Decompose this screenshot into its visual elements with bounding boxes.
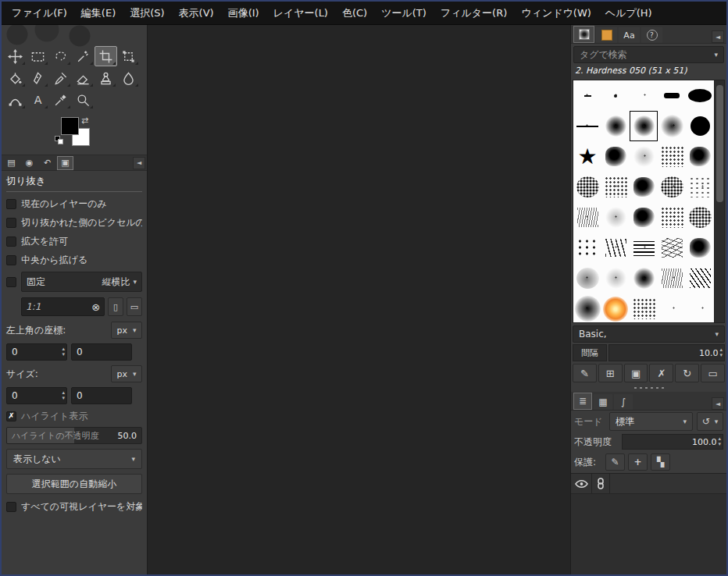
- spinner-arrows[interactable]: ▴▾: [719, 347, 723, 358]
- spinner-arrows[interactable]: ▴▾: [62, 347, 65, 357]
- layer-opacity-slider[interactable]: 100.0 ▴▾: [622, 434, 723, 450]
- checkbox[interactable]: [6, 218, 16, 228]
- brush-cell-bar[interactable]: [658, 80, 686, 111]
- brush-scrollbar-thumb[interactable]: [716, 85, 723, 202]
- brush-cell-faint[interactable]: [601, 202, 630, 233]
- brush-cell-speckle[interactable]: [601, 172, 630, 202]
- brush-cell-blank[interactable]: [630, 80, 658, 111]
- all-layers-checkbox[interactable]: [6, 502, 16, 512]
- brush-cell-dot-tiny[interactable]: [601, 80, 630, 111]
- checkbox[interactable]: [6, 255, 16, 265]
- brush-cell-splat[interactable]: [601, 141, 630, 172]
- tab-document-history[interactable]: ?: [641, 27, 662, 43]
- brush-cell-diag[interactable]: [686, 263, 714, 293]
- canvas-area[interactable]: [148, 25, 570, 574]
- position-x-spinner[interactable]: 0 ▴▾: [6, 343, 67, 361]
- layers-dock-menu-button[interactable]: ◄: [712, 397, 724, 410]
- brush-cell-splat[interactable]: [630, 202, 658, 233]
- lock-alpha-button[interactable]: ▚: [651, 453, 670, 471]
- checkbox[interactable]: [6, 236, 16, 247]
- edit-brush-button[interactable]: ✎: [573, 364, 597, 382]
- refresh-brushes-button[interactable]: ↻: [675, 364, 699, 382]
- layer-mode-combo[interactable]: 標準 ▾: [609, 412, 693, 431]
- all-layers-option-row[interactable]: すべての可視レイヤーを対象にす: [6, 497, 142, 516]
- spinner-arrows[interactable]: ▴▾: [718, 436, 721, 447]
- brushes-dock-menu-button[interactable]: ◄: [712, 30, 724, 43]
- dock-splitter[interactable]: [571, 384, 726, 392]
- brush-filter-combo[interactable]: Basic, ▾: [573, 325, 725, 343]
- lock-position-button[interactable]: +: [628, 453, 648, 471]
- brush-scrollbar[interactable]: [714, 80, 724, 322]
- foreground-color-swatch[interactable]: [61, 117, 79, 135]
- option-row[interactable]: 切り抜かれた側のピクセルの削除: [6, 213, 142, 232]
- tab-paths[interactable]: ∫: [614, 394, 633, 410]
- tab-channels[interactable]: ▦: [594, 394, 612, 410]
- tab-pointer[interactable]: ▣: [57, 156, 73, 170]
- text-tool-button[interactable]: A: [27, 90, 49, 110]
- highlight-option-row[interactable]: ✗ ハイライト表示: [6, 407, 142, 425]
- brush-cell-blank[interactable]: [658, 293, 686, 324]
- portrait-orientation-button[interactable]: ▯: [108, 297, 123, 316]
- brush-cell-faint[interactable]: [630, 141, 658, 172]
- fuzzy-select-tool-button[interactable]: [72, 46, 95, 66]
- tab-brushes[interactable]: [573, 26, 594, 43]
- tab-tool-options[interactable]: ▤: [3, 156, 20, 170]
- option-row[interactable]: 拡大を許可: [6, 232, 142, 251]
- menu-item[interactable]: 編集(E): [74, 2, 123, 25]
- bucket-fill-tool-button[interactable]: [4, 68, 27, 88]
- brush-cell-blank[interactable]: [686, 293, 714, 324]
- highlight-opacity-slider[interactable]: ハイライトの不透明度 50.0: [6, 427, 142, 444]
- size-width-spinner[interactable]: 0 ▴▾: [6, 387, 67, 404]
- open-brush-button[interactable]: ▭: [701, 364, 725, 382]
- brush-cell-soft[interactable]: [630, 263, 658, 293]
- brush-cell-speckle[interactable]: [658, 202, 686, 233]
- brush-cell-smoke[interactable]: [573, 263, 601, 293]
- size-unit-combo[interactable]: px ▾: [111, 365, 142, 382]
- brush-cell-dash[interactable]: [573, 111, 601, 141]
- tab-layers[interactable]: ≣: [573, 393, 592, 410]
- brush-cell-speckle[interactable]: [658, 141, 686, 172]
- brush-cell-texture[interactable]: [573, 172, 601, 202]
- tab-device-status[interactable]: ◉: [21, 156, 37, 170]
- layer-visibility-toggle[interactable]: [571, 474, 592, 493]
- menu-item[interactable]: 色(C): [335, 2, 374, 25]
- brush-cell-ellipse[interactable]: [686, 80, 714, 111]
- transform-tool-button[interactable]: [117, 46, 140, 66]
- brush-cell-chalk[interactable]: [573, 202, 601, 233]
- brush-cell-dash-tiny[interactable]: [573, 80, 601, 111]
- delete-brush-button[interactable]: ✗: [649, 364, 673, 382]
- shrink-to-selection-button[interactable]: 選択範囲の自動縮小: [6, 474, 142, 494]
- aspect-ratio-input[interactable]: 1:1 ⊗: [21, 297, 105, 316]
- brush-cell-hatch[interactable]: [630, 233, 658, 263]
- menu-item[interactable]: 表示(V): [172, 2, 221, 25]
- free-select-tool-button[interactable]: [49, 46, 72, 66]
- brush-cell-faint[interactable]: [601, 263, 630, 293]
- clear-icon[interactable]: ⊗: [91, 301, 100, 313]
- position-unit-combo[interactable]: px ▾: [111, 322, 142, 339]
- menu-item[interactable]: ファイル(F): [5, 2, 74, 25]
- brush-cell-star[interactable]: ★: [573, 141, 601, 172]
- default-colors-icon[interactable]: [55, 136, 64, 145]
- brush-cell-soft2[interactable]: [658, 111, 686, 141]
- layer-list[interactable]: [571, 473, 726, 574]
- menu-item[interactable]: ウィンドウ(W): [514, 2, 598, 25]
- brush-cell-dots[interactable]: [686, 172, 714, 202]
- brush-cell-texture[interactable]: [686, 202, 714, 233]
- left-dock-menu-button[interactable]: ◄: [133, 157, 145, 169]
- menu-item[interactable]: ヘルプ(H): [598, 2, 659, 25]
- mode-switch-button[interactable]: ↺ ▾: [697, 412, 723, 431]
- menu-item[interactable]: レイヤー(L): [266, 2, 335, 25]
- brush-cell-glow[interactable]: [601, 293, 630, 324]
- position-y-spinner[interactable]: 0: [71, 343, 132, 361]
- swap-colors-icon[interactable]: ⇄: [81, 116, 88, 126]
- layer-name-area[interactable]: [610, 474, 726, 493]
- brush-cell-soft-selected[interactable]: [630, 111, 658, 141]
- brush-cell-soft-big[interactable]: [573, 293, 601, 324]
- spinner-arrows[interactable]: ▴▾: [62, 390, 65, 401]
- layer-row[interactable]: [571, 474, 726, 494]
- menu-item[interactable]: ツール(T): [374, 2, 434, 25]
- landscape-orientation-button[interactable]: ▭: [127, 297, 142, 316]
- option-row[interactable]: 現在のレイヤーのみ: [6, 194, 142, 213]
- spacing-slider[interactable]: 10.0 ▴▾: [608, 344, 725, 361]
- brush-cell-confetti[interactable]: [573, 233, 601, 263]
